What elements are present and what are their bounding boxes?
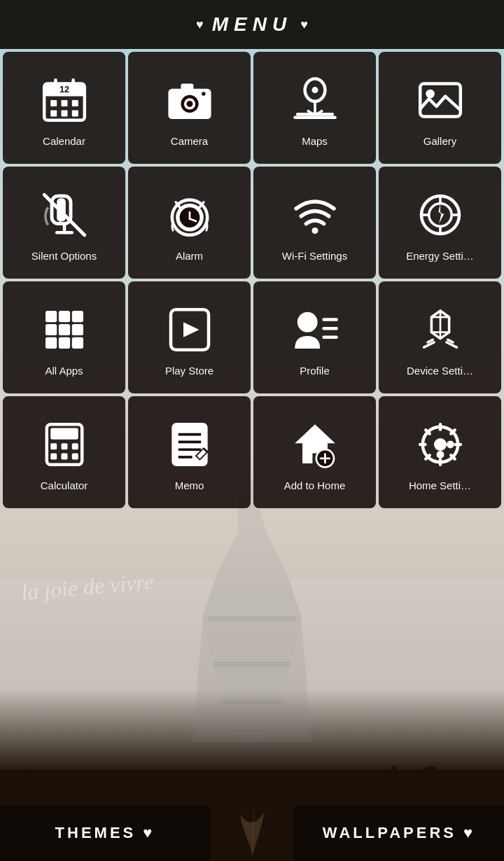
svg-rect-81 — [50, 428, 78, 439]
grid-label-profile: Profile — [300, 365, 330, 377]
svg-point-44 — [202, 92, 205, 95]
grid-item-add-to-home[interactable]: Add to Home — [253, 396, 376, 508]
svg-rect-24 — [477, 783, 504, 805]
svg-point-50 — [426, 89, 435, 98]
app-grid: 12 Calendar Camera Maps Gallery Silent O… — [0, 49, 504, 511]
svg-point-99 — [434, 438, 447, 451]
grid-label-memo: Memo — [175, 479, 204, 491]
calendar-icon: 12 — [36, 72, 92, 128]
svg-rect-70 — [71, 337, 83, 348]
grid-label-silent-options: Silent Options — [31, 250, 97, 262]
city-silhouette-svg — [0, 749, 504, 805]
bottom-bar: THEMES ♥ WALLPAPERS ♥ — [0, 805, 504, 861]
themes-button[interactable]: THEMES ♥ — [0, 805, 210, 861]
grid-label-alarm: Alarm — [176, 250, 203, 262]
memo-icon — [162, 416, 218, 472]
grid-item-energy-settings[interactable]: Energy Setti… — [379, 167, 501, 279]
svg-point-42 — [186, 100, 192, 106]
svg-rect-69 — [58, 337, 69, 348]
wifi-icon — [287, 187, 343, 243]
svg-rect-47 — [296, 113, 334, 116]
calculator-icon — [36, 416, 92, 472]
heart-left-icon: ♥ — [196, 18, 204, 32]
svg-rect-18 — [371, 780, 385, 805]
svg-rect-87 — [71, 453, 78, 459]
svg-rect-35 — [50, 110, 57, 116]
grid-item-all-apps[interactable]: All Apps — [3, 281, 125, 393]
grid-item-memo[interactable]: Memo — [128, 396, 251, 508]
allapps-icon — [36, 302, 92, 358]
svg-point-101 — [447, 440, 454, 448]
svg-point-17 — [43, 770, 62, 790]
grid-item-maps[interactable]: Maps — [253, 52, 376, 164]
svg-rect-85 — [50, 453, 57, 459]
energy-icon — [412, 187, 468, 243]
wallpapers-button[interactable]: WALLPAPERS ♥ — [294, 805, 504, 861]
grid-item-home-settings[interactable]: Home Setti… — [379, 396, 501, 508]
grid-label-play-store: Play Store — [165, 365, 214, 377]
menu-header: ♥ MENU ♥ — [0, 0, 504, 49]
grid-item-silent-options[interactable]: Silent Options — [3, 167, 125, 279]
bottom-center-feather — [210, 805, 294, 861]
wallpapers-label: WALLPAPERS ♥ — [323, 824, 475, 842]
svg-rect-13 — [70, 780, 91, 805]
svg-rect-23 — [458, 774, 474, 805]
grid-item-play-store[interactable]: Play Store — [128, 281, 251, 393]
svg-rect-43 — [181, 83, 193, 90]
grid-label-calendar: Calendar — [43, 135, 85, 147]
svg-marker-27 — [388, 764, 400, 774]
profile-icon — [287, 302, 343, 358]
svg-point-26 — [420, 766, 441, 788]
feather-icon — [233, 808, 272, 858]
svg-point-46 — [312, 87, 318, 93]
svg-rect-68 — [46, 337, 57, 348]
svg-point-73 — [297, 312, 317, 332]
svg-rect-2 — [214, 662, 290, 667]
svg-point-59 — [312, 227, 318, 234]
grid-item-calculator[interactable]: Calculator — [3, 396, 125, 508]
themes-label: THEMES ♥ — [55, 824, 155, 842]
svg-rect-84 — [71, 443, 78, 449]
grid-item-wifi-settings[interactable]: Wi-Fi Settings — [253, 167, 376, 279]
grid-label-camera: Camera — [171, 135, 208, 147]
grid-label-add-to-home: Add to Home — [284, 479, 346, 491]
svg-rect-62 — [46, 311, 57, 322]
svg-rect-82 — [50, 443, 57, 449]
silent-icon — [36, 187, 92, 243]
svg-rect-65 — [46, 323, 57, 335]
svg-rect-48 — [293, 115, 336, 119]
grid-label-all-apps: All Apps — [45, 365, 83, 377]
grid-label-home-settings: Home Setti… — [409, 479, 471, 491]
grid-label-calculator: Calculator — [41, 479, 88, 491]
grid-item-camera[interactable]: Camera — [128, 52, 251, 164]
svg-marker-72 — [183, 322, 200, 337]
gallery-icon — [412, 72, 468, 128]
svg-rect-32 — [50, 100, 57, 106]
camera-icon — [162, 72, 218, 128]
svg-rect-63 — [58, 311, 69, 322]
svg-rect-22 — [441, 788, 455, 805]
svg-rect-36 — [61, 110, 67, 116]
device-icon — [412, 302, 468, 358]
svg-rect-33 — [61, 100, 67, 106]
grid-item-calendar[interactable]: 12 Calendar — [3, 52, 125, 164]
svg-rect-86 — [61, 453, 67, 459]
addtohome-icon — [287, 416, 343, 472]
grid-item-gallery[interactable]: Gallery — [379, 52, 501, 164]
svg-rect-1 — [209, 616, 295, 622]
svg-rect-10 — [21, 777, 31, 805]
alarm-icon — [162, 187, 218, 243]
svg-rect-19 — [388, 774, 401, 805]
grid-label-wifi-settings: Wi-Fi Settings — [282, 250, 347, 262]
cityscape-silhouette — [0, 749, 504, 805]
grid-item-profile[interactable]: Profile — [253, 281, 376, 393]
svg-rect-67 — [71, 323, 83, 335]
svg-rect-66 — [58, 323, 69, 335]
svg-text:12: 12 — [59, 85, 69, 94]
svg-rect-3 — [220, 700, 284, 704]
grid-item-alarm[interactable]: Alarm — [128, 167, 251, 279]
maps-icon — [287, 72, 343, 128]
svg-rect-9 — [4, 784, 18, 805]
grid-item-device-settings[interactable]: Device Setti… — [379, 281, 501, 393]
svg-point-100 — [436, 451, 444, 458]
